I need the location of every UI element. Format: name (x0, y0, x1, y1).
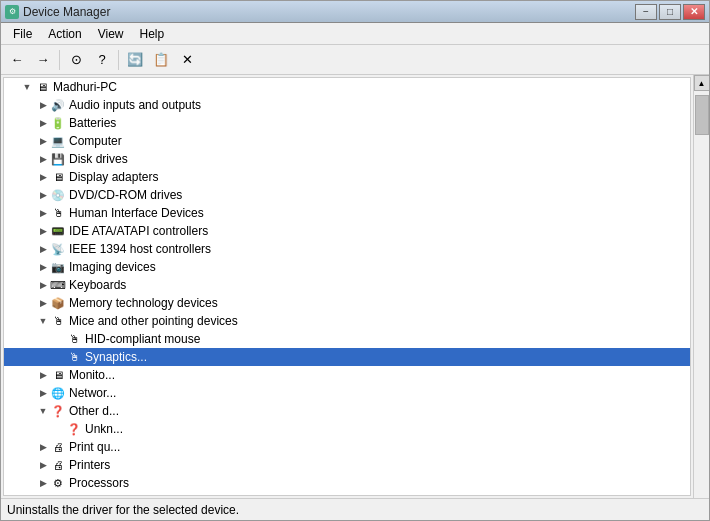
item-label: Printers (69, 458, 110, 472)
help-button[interactable]: ? (90, 48, 114, 72)
window-title: Device Manager (23, 5, 110, 19)
list-item[interactable]: ▶ 🖱 HID-compliant mouse (4, 330, 690, 348)
menu-help[interactable]: Help (132, 25, 173, 43)
item-label: Keyboards (69, 278, 126, 292)
synaptics-icon: 🖱 (66, 349, 82, 365)
list-item[interactable]: ▶ 🔋 Batteries (4, 114, 690, 132)
toolbar: ← → ⊙ ? 🔄 📋 ✕ (1, 45, 709, 75)
list-item[interactable]: ▶ 🖥 Monito... (4, 366, 690, 384)
menu-view[interactable]: View (90, 25, 132, 43)
list-item[interactable]: ▶ 📟 IDE ATA/ATAPI controllers (4, 222, 690, 240)
list-item[interactable]: ▶ 💿 Software devices (4, 492, 690, 496)
app-icon: ⚙ (5, 5, 19, 19)
monitor-icon: 🖥 (50, 367, 66, 383)
list-item[interactable]: ▶ 🌐 Networ... (4, 384, 690, 402)
item-label: Audio inputs and outputs (69, 98, 201, 112)
vertical-scrollbar[interactable]: ▲ (693, 75, 709, 498)
expand-icon[interactable]: ▶ (36, 386, 50, 400)
item-label: DVD/CD-ROM drives (69, 188, 182, 202)
close-button[interactable]: ✕ (683, 4, 705, 20)
item-label: Display adapters (69, 170, 158, 184)
list-item[interactable]: ▶ 🔊 Audio inputs and outputs (4, 96, 690, 114)
expand-icon[interactable]: ▶ (36, 440, 50, 454)
display-icon: 🖥 (50, 169, 66, 185)
expand-icon[interactable]: ▶ (36, 242, 50, 256)
synaptics-item[interactable]: ▶ 🖱 Synaptics... Update Driver Software.… (4, 348, 690, 366)
expand-icon[interactable]: ▶ (36, 368, 50, 382)
list-item[interactable]: ▶ ⌨ Keyboards (4, 276, 690, 294)
ieee-icon: 📡 (50, 241, 66, 257)
expand-icon[interactable]: ▶ (36, 116, 50, 130)
properties-button[interactable]: ⊙ (64, 48, 88, 72)
menu-bar: File Action View Help (1, 23, 709, 45)
print-icon: 🖨 (50, 439, 66, 455)
printers-icon: 🖨 (50, 457, 66, 473)
list-item[interactable]: ▶ 📡 IEEE 1394 host controllers (4, 240, 690, 258)
list-item[interactable]: ▶ 🖨 Printers (4, 456, 690, 474)
scroll-thumb[interactable] (695, 95, 709, 135)
item-label: IDE ATA/ATAPI controllers (69, 224, 208, 238)
expand-icon[interactable]: ▶ (36, 98, 50, 112)
expand-icon[interactable]: ▶ (36, 170, 50, 184)
root-expand-icon[interactable]: ▼ (20, 80, 34, 94)
expand-icon[interactable]: ▶ (36, 224, 50, 238)
scroll-up-arrow[interactable]: ▲ (694, 75, 710, 91)
other-icon: ❓ (50, 403, 66, 419)
expand-icon[interactable]: ▶ (36, 494, 50, 496)
expand-icon[interactable]: ▶ (36, 152, 50, 166)
expand-icon[interactable]: ▶ (36, 188, 50, 202)
tree-root[interactable]: ▼ 🖥 Madhuri-PC (4, 78, 690, 96)
item-label: HID-compliant mouse (85, 332, 200, 346)
disk-icon: 💾 (50, 151, 66, 167)
expand-icon[interactable]: ▶ (36, 458, 50, 472)
scan-button[interactable]: ✕ (175, 48, 199, 72)
toolbar-separator-2 (118, 50, 119, 70)
expand-icon[interactable]: ▶ (36, 260, 50, 274)
item-label: Human Interface Devices (69, 206, 204, 220)
item-label: Networ... (69, 386, 116, 400)
hid-icon: 🖱 (50, 205, 66, 221)
list-item[interactable]: ▶ 🖱 Human Interface Devices (4, 204, 690, 222)
list-item[interactable]: ▼ 🖱 Mice and other pointing devices (4, 312, 690, 330)
expand-icon[interactable]: ▶ (36, 206, 50, 220)
list-item[interactable]: ▶ 📷 Imaging devices (4, 258, 690, 276)
status-text: Uninstalls the driver for the selected d… (7, 503, 239, 517)
back-button[interactable]: ← (5, 48, 29, 72)
menu-file[interactable]: File (5, 25, 40, 43)
batteries-icon: 🔋 (50, 115, 66, 131)
synaptics-label: Synaptics... (85, 350, 147, 364)
item-label: Mice and other pointing devices (69, 314, 238, 328)
item-label: IEEE 1394 host controllers (69, 242, 211, 256)
list-item[interactable]: ▶ 💾 Disk drives (4, 150, 690, 168)
status-bar: Uninstalls the driver for the selected d… (1, 498, 709, 520)
root-label: Madhuri-PC (53, 80, 117, 94)
menu-action[interactable]: Action (40, 25, 89, 43)
device-tree-panel[interactable]: ▼ 🖥 Madhuri-PC ▶ 🔊 Audio inputs and outp… (3, 77, 691, 496)
list-item[interactable]: ▶ 💿 DVD/CD-ROM drives (4, 186, 690, 204)
list-item[interactable]: ▶ 🖨 Print qu... (4, 438, 690, 456)
dvd-icon: 💿 (50, 187, 66, 203)
audio-icon: 🔊 (50, 97, 66, 113)
expand-icon[interactable]: ▼ (36, 404, 50, 418)
list-item[interactable]: ▶ 💻 Computer (4, 132, 690, 150)
list-item[interactable]: ▶ 📦 Memory technology devices (4, 294, 690, 312)
maximize-button[interactable]: □ (659, 4, 681, 20)
forward-button[interactable]: → (31, 48, 55, 72)
computer-icon: 🖥 (34, 79, 50, 95)
item-label: Unkn... (85, 422, 123, 436)
uninstall-button[interactable]: 📋 (149, 48, 173, 72)
expand-icon[interactable]: ▶ (36, 476, 50, 490)
update-driver-button[interactable]: 🔄 (123, 48, 147, 72)
expand-icon[interactable]: ▼ (36, 314, 50, 328)
expand-icon[interactable]: ▶ (36, 296, 50, 310)
minimize-button[interactable]: − (635, 4, 657, 20)
expand-icon[interactable]: ▶ (36, 134, 50, 148)
list-item[interactable]: ▶ ⚙ Processors (4, 474, 690, 492)
expand-icon[interactable]: ▶ (36, 278, 50, 292)
list-item[interactable]: ▶ ❓ Unkn... (4, 420, 690, 438)
list-item[interactable]: ▶ 🖥 Display adapters (4, 168, 690, 186)
item-label: Software devices (69, 494, 160, 496)
ide-icon: 📟 (50, 223, 66, 239)
mice-icon: 🖱 (50, 313, 66, 329)
list-item[interactable]: ▼ ❓ Other d... (4, 402, 690, 420)
